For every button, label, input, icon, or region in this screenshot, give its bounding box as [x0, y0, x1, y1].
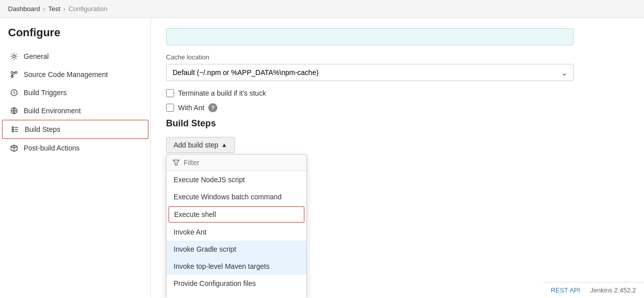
dropdown-item-invoke-ant[interactable]: Invoke Ant [167, 224, 306, 241]
add-build-step-button[interactable]: Add build step ▲ [166, 137, 235, 153]
svg-rect-7 [12, 129, 14, 130]
branch-icon [10, 70, 19, 79]
cache-location-row: Cache location Default (~/.npm or %APP_D… [166, 28, 629, 81]
breadcrumb-test[interactable]: Test [48, 5, 60, 13]
sidebar-item-post-build[interactable]: Post-build Actions [0, 139, 150, 157]
svg-point-1 [11, 71, 13, 73]
clock-icon [10, 88, 19, 97]
dropdown-item-execute-nodejs[interactable]: Execute NodeJS script [167, 171, 306, 188]
breadcrumb-current: Configuration [68, 5, 107, 13]
main-content: Cache location Default (~/.npm or %APP_D… [151, 18, 644, 297]
sidebar-item-build-triggers[interactable]: Build Triggers [0, 84, 150, 102]
breadcrumb-dashboard[interactable]: Dashboard [8, 5, 40, 13]
sidebar-label-build-steps: Build Steps [25, 125, 60, 133]
terminate-checkbox[interactable] [166, 89, 174, 97]
box-icon [10, 143, 19, 153]
sidebar-label-general: General [24, 52, 49, 60]
with-ant-label: With Ant [178, 104, 204, 112]
dropdown-item-execute-shell[interactable]: Execute shell [169, 206, 304, 222]
svg-rect-6 [12, 127, 14, 128]
breadcrumb: Dashboard › Test › Configuration [0, 0, 644, 18]
cache-location-select[interactable]: Default (~/.npm or %APP_DATA%\npm-cache) [166, 64, 574, 81]
dropdown-filter-input[interactable] [184, 159, 300, 167]
cache-location-select-wrapper: Default (~/.npm or %APP_DATA%\npm-cache) [166, 64, 574, 81]
gear-icon [10, 52, 19, 61]
footer: REST API Jenkins 2.452.2 [543, 282, 644, 297]
sidebar-title: Configure [0, 26, 150, 47]
sidebar-label-build-triggers: Build Triggers [24, 89, 67, 97]
sidebar: Configure General Source Code Management [0, 18, 151, 297]
terminate-checkbox-row: Terminate a build if it's stuck [166, 89, 629, 97]
globe-icon [10, 106, 19, 115]
sidebar-item-build-steps[interactable]: Build Steps [2, 120, 148, 139]
dropdown-item-run-timeout[interactable]: Run with timeout [167, 292, 306, 297]
build-step-dropdown: Execute NodeJS script Execute Windows ba… [166, 154, 307, 297]
list-icon [11, 125, 20, 134]
sidebar-label-build-environment: Build Environment [24, 107, 81, 115]
dropdown-item-invoke-maven[interactable]: Invoke top-level Maven targets [167, 258, 306, 275]
svg-marker-12 [173, 160, 179, 165]
dropdown-item-invoke-gradle[interactable]: Invoke Gradle script [167, 241, 306, 258]
with-ant-help-icon[interactable]: ? [208, 103, 217, 112]
svg-rect-8 [12, 131, 14, 132]
dropdown-item-provide-config[interactable]: Provide Configuration files [167, 275, 306, 292]
add-build-step-label: Add build step [174, 141, 218, 149]
with-ant-checkbox-row: With Ant ? [166, 103, 629, 112]
sidebar-item-build-environment[interactable]: Build Environment [0, 102, 150, 120]
chevron-up-icon: ▲ [221, 141, 227, 148]
dropdown-item-execute-windows-batch[interactable]: Execute Windows batch command [167, 188, 306, 205]
sidebar-label-source-code: Source Code Management [24, 70, 108, 79]
cache-location-top-input[interactable] [166, 28, 574, 45]
sidebar-item-general[interactable]: General [0, 47, 150, 65]
add-build-step-wrapper: Add build step ▲ Execute NodeJS script E… [166, 137, 235, 153]
rest-api-link[interactable]: REST API [551, 286, 580, 294]
dropdown-filter-row [167, 155, 306, 171]
jenkins-version: Jenkins 2.452.2 [590, 286, 636, 294]
sidebar-item-source-code[interactable]: Source Code Management [0, 65, 150, 84]
svg-point-0 [13, 55, 16, 58]
sidebar-label-post-build: Post-build Actions [24, 144, 79, 152]
terminate-label: Terminate a build if it's stuck [178, 89, 266, 97]
cache-location-label: Cache location [166, 53, 629, 61]
filter-icon [173, 159, 180, 166]
build-steps-heading: Build Steps [166, 118, 629, 129]
with-ant-checkbox[interactable] [166, 104, 174, 112]
